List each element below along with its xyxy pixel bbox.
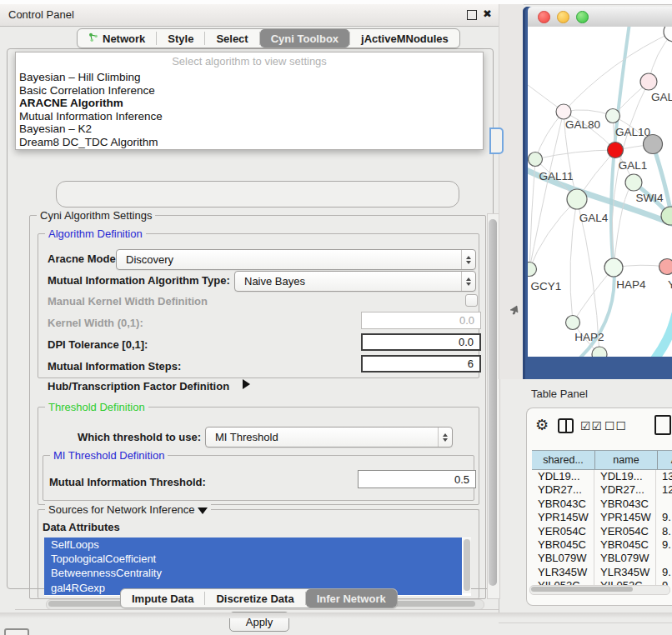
network-node-GCY1[interactable] bbox=[528, 262, 537, 277]
table-cell[interactable] bbox=[656, 552, 672, 565]
attribute-item-betweennesscentrality[interactable]: BetweennessCentrality bbox=[44, 566, 462, 580]
tab-select[interactable]: Select bbox=[205, 29, 258, 48]
table-cell[interactable]: YDR27... bbox=[594, 483, 656, 497]
network-node-GAL10[interactable] bbox=[606, 109, 620, 123]
float-panel-icon[interactable] bbox=[467, 10, 477, 20]
network-node-GAL11[interactable] bbox=[529, 152, 543, 167]
unchecked-checkboxes-icon[interactable]: ☐☐ bbox=[604, 419, 627, 432]
table-cell[interactable]: YBR045C bbox=[594, 538, 656, 552]
tab-discretize-data[interactable]: Discretize Data bbox=[205, 589, 304, 608]
network-node-bottom-partial[interactable] bbox=[592, 347, 607, 357]
tab-impute-data[interactable]: Impute Data bbox=[121, 589, 204, 608]
manual-kernel-width-checkbox[interactable] bbox=[465, 294, 478, 307]
stepper-icon[interactable] bbox=[461, 250, 475, 269]
attributes-scrollbar[interactable] bbox=[463, 538, 471, 593]
panel-splitter-gutter[interactable] bbox=[499, 4, 524, 379]
mi-threshold-field[interactable]: 0.5 bbox=[358, 470, 476, 488]
gear-icon[interactable]: ⚙ bbox=[535, 416, 549, 433]
table-cell[interactable]: YER054C bbox=[532, 525, 594, 538]
tab-infer-network[interactable]: Infer Network bbox=[306, 589, 397, 608]
network-node-gal-cut[interactable] bbox=[640, 73, 657, 90]
table-row[interactable]: YBL079WYBL079W bbox=[532, 552, 672, 565]
network-canvas[interactable]: GALGAL80GAL10GAL1GAL11SWI4GAL4GCY1HAP4YH… bbox=[528, 27, 672, 357]
data-attributes-list[interactable]: SelfLoopsTopologicalCoefficientBetweenne… bbox=[44, 538, 471, 596]
kernel-width-field[interactable]: 0.0 bbox=[361, 312, 481, 329]
expand-down-icon[interactable] bbox=[198, 508, 208, 514]
mi-algorithm-type-select[interactable]: Naive Bayes bbox=[234, 271, 476, 292]
mi-steps-field[interactable]: 6 bbox=[361, 355, 481, 372]
table-cell[interactable]: YDL19... bbox=[594, 470, 656, 483]
algorithm-option-mutual-information-inference[interactable]: Mutual Information Inference bbox=[16, 110, 483, 123]
table-row[interactable]: YER054CYER054C8. bbox=[532, 525, 672, 538]
dpi-tolerance-field[interactable]: 0.0 bbox=[361, 333, 481, 351]
table-cell[interactable]: YBR045C bbox=[532, 538, 594, 552]
table-cell[interactable] bbox=[656, 498, 672, 511]
table-horizontal-scrollbar[interactable] bbox=[529, 585, 670, 595]
table-header-cell-name[interactable]: name bbox=[595, 451, 658, 469]
network-window-titlebar[interactable] bbox=[528, 7, 672, 28]
network-edge[interactable] bbox=[570, 199, 577, 322]
network-node-salmon-node[interactable] bbox=[659, 259, 672, 275]
table-row[interactable]: YBR043CYBR043C bbox=[532, 498, 672, 511]
minimize-window-icon[interactable] bbox=[557, 11, 569, 23]
network-node-SWI4[interactable] bbox=[625, 174, 642, 191]
stepper-icon[interactable] bbox=[438, 428, 452, 447]
table-cell[interactable]: 9. bbox=[656, 566, 672, 579]
column-view-icon[interactable] bbox=[558, 418, 574, 433]
algorithm-option-dream8-dc-tdc-algorithm[interactable]: Dream8 DC_TDC Algorithm bbox=[16, 136, 483, 149]
network-edge[interactable] bbox=[535, 112, 564, 159]
network-edge[interactable] bbox=[614, 182, 634, 268]
table-cell[interactable]: YBR043C bbox=[532, 498, 594, 511]
table-cell[interactable]: YER054C bbox=[594, 525, 656, 538]
table-cell[interactable]: 12 bbox=[656, 483, 672, 497]
network-node-GAL4[interactable] bbox=[567, 189, 587, 209]
aracne-mode-select[interactable]: Discovery bbox=[116, 249, 476, 270]
table-cell[interactable]: 9. bbox=[656, 538, 672, 552]
table-row[interactable]: YPR145WYPR145W9. bbox=[532, 511, 672, 524]
network-node-GAL80[interactable] bbox=[556, 104, 571, 119]
table-row[interactable]: YBR045CYBR045C9. bbox=[532, 538, 672, 552]
network-node-HAP4[interactable] bbox=[604, 258, 623, 277]
table-cell[interactable]: 8. bbox=[656, 525, 672, 538]
attribute-item-selfloops[interactable]: SelfLoops bbox=[44, 538, 462, 552]
table-cell[interactable]: YLR345W bbox=[532, 566, 594, 579]
table-header-cell-shared[interactable]: shared... bbox=[532, 451, 595, 469]
table-cell[interactable]: YBR043C bbox=[594, 498, 656, 511]
table-cell[interactable]: YPR145W bbox=[594, 511, 656, 524]
table-cell[interactable]: YBL079W bbox=[594, 552, 656, 565]
tab-network[interactable]: Network bbox=[78, 29, 156, 48]
table-row[interactable]: YLR345WYLR345W9. bbox=[532, 566, 672, 579]
table-cell[interactable]: YDR27... bbox=[532, 483, 594, 497]
algorithm-option-bayesian-k2[interactable]: Bayesian – K2 bbox=[16, 122, 483, 136]
table-cell[interactable]: YBL079W bbox=[532, 552, 594, 565]
network-node-HAP2[interactable] bbox=[566, 316, 580, 330]
table-cell[interactable]: YLR345W bbox=[594, 566, 656, 579]
which-threshold-select[interactable]: MI Threshold bbox=[205, 427, 453, 448]
table-row[interactable]: YDR27...YDR27...12 bbox=[532, 483, 672, 497]
hub-definition-label[interactable]: Hub/Transcription Factor Definition bbox=[48, 380, 229, 392]
tab-style[interactable]: Style bbox=[157, 29, 204, 48]
table-cell[interactable]: YPR145W bbox=[532, 511, 594, 524]
tab-jactivemnodules[interactable]: jActiveMNodules bbox=[350, 29, 459, 48]
table-cell[interactable]: YDL19... bbox=[532, 470, 594, 483]
network-node-top-partial[interactable] bbox=[664, 27, 672, 42]
tab-cyni-toolbox[interactable]: Cyni Toolbox bbox=[260, 29, 349, 48]
network-edge[interactable] bbox=[653, 313, 672, 357]
network-node-gray-node[interactable] bbox=[644, 135, 663, 154]
network-node-GAL1[interactable] bbox=[608, 142, 624, 158]
close-window-icon[interactable] bbox=[538, 11, 550, 23]
minimized-panel-stub[interactable] bbox=[4, 628, 29, 635]
algorithm-option-aracne-algorithm[interactable]: ARACNE Algorithm bbox=[16, 97, 483, 110]
table-cell[interactable]: 13 bbox=[656, 470, 672, 483]
network-edge[interactable] bbox=[535, 150, 615, 159]
close-icon[interactable]: ✖ bbox=[483, 8, 492, 20]
attribute-item-topologicalcoefficient[interactable]: TopologicalCoefficient bbox=[44, 552, 462, 566]
document-icon[interactable] bbox=[654, 415, 671, 435]
stepper-icon[interactable] bbox=[461, 272, 475, 291]
table-header-cell-a[interactable]: A bbox=[658, 451, 672, 469]
collapse-right-icon[interactable] bbox=[243, 379, 250, 389]
checked-checkboxes-icon[interactable]: ☑☑ bbox=[580, 419, 603, 432]
algorithm-option-basic-correlation-inference[interactable]: Basic Correlation Inference bbox=[16, 84, 483, 98]
table-cell[interactable]: 9. bbox=[656, 511, 672, 524]
zoom-window-icon[interactable] bbox=[576, 11, 589, 23]
